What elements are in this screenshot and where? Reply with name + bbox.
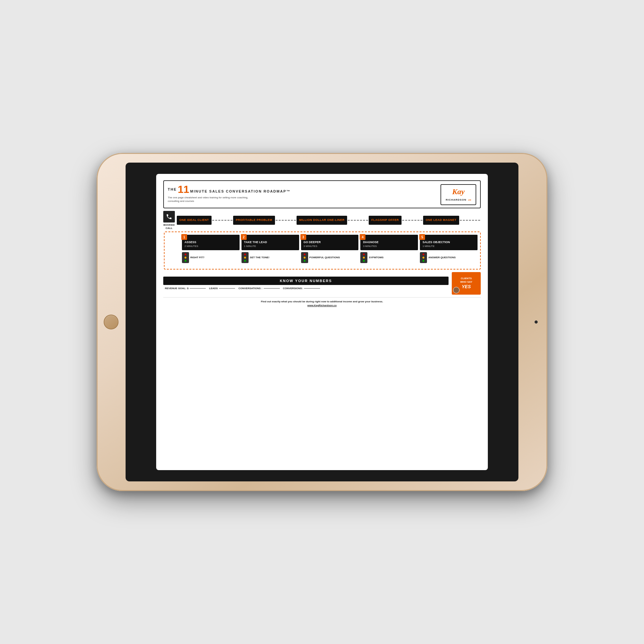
home-button[interactable]: [104, 315, 118, 329]
num-badge-5: 5: [419, 234, 425, 240]
traffic-item-1: RIGHT FIT?: [182, 252, 240, 263]
top-section: BOOKED CALL ONE IDEAL CLIENT PROFITABLE …: [163, 211, 481, 230]
num-badge-2: 2: [241, 234, 247, 240]
top-box-4: FLAGSHIP OFFER: [369, 216, 401, 225]
header-row: THE 11 MINUTE SALES CONVERSATION ROADMAP…: [163, 180, 481, 208]
tl-green-5: [422, 260, 424, 262]
leads-label: LEADS: [209, 287, 218, 290]
subtitle: The one page cheatsheet and video traini…: [168, 196, 258, 203]
tl-green-4: [363, 260, 365, 262]
tl-red-5: [422, 253, 424, 255]
num-box-title-1: ASSESS: [185, 241, 237, 244]
num-box-title-2: TAKE THE LEAD: [244, 241, 297, 244]
traffic-light-2: [241, 252, 249, 263]
title-rest: MINUTE SALES CONVERSATION ROADMAP™: [190, 189, 291, 194]
booked-call-block: BOOKED CALL: [163, 211, 175, 230]
book-line2: WHO SAY: [460, 280, 472, 284]
revenue-line-3: [264, 288, 280, 289]
num-box-4: 4 DIAGNOSE 3 MINUTES: [360, 235, 418, 250]
tl-yellow-4: [363, 257, 365, 259]
revenue-line-4: [304, 288, 320, 289]
traffic-item-3: POWERFUL QUESTIONS: [301, 252, 359, 263]
num-box-sub-4: 3 MINUTES: [363, 245, 415, 248]
num-box-2: 2 TAKE THE LEAD 1 MINUTE: [241, 235, 299, 250]
revenue-goal-label: REVENUE GOAL: $: [165, 287, 188, 290]
logo-box: Kay RICHARDSON .co: [440, 184, 476, 205]
screen-content: THE 11 MINUTE SALES CONVERSATION ROADMAP…: [156, 174, 488, 470]
top-box-3: MILLION DOLLAR ONE-LINER: [297, 216, 347, 225]
num-box-sub-1: 2 MINUTES: [185, 245, 237, 248]
top-box-title-5: ONE LEAD MAGNET: [426, 218, 457, 222]
dashed-border-container: 1 ASSESS 2 MINUTES 2 TAKE THE LEAD 1 MIN…: [164, 232, 481, 270]
num-box-3: 3 GO DEEPER 3 MINUTES: [301, 235, 359, 250]
footer-section: Find out exactly what you should be duri…: [163, 297, 481, 307]
top-box-title-2: PROFITABLE PROBLEM: [236, 218, 272, 222]
num-box-title-3: GO DEEPER: [304, 241, 356, 244]
traffic-item-4: SYPMTOMS: [360, 252, 418, 263]
book-thumbnail: CLIENTS WHO SAY YES: [452, 272, 481, 295]
book-title: CLIENTS WHO SAY YES: [460, 277, 472, 289]
traffic-light-3: [301, 252, 308, 263]
dotted-line-3: [348, 220, 368, 221]
traffic-label-2: SET THE TONE!: [250, 256, 270, 259]
title-the: THE: [168, 187, 177, 191]
traffic-item-2: SET THE TONE!: [241, 252, 299, 263]
tl-green-3: [304, 260, 306, 262]
top-box-title-3: MILLION DOLLAR ONE-LINER: [299, 218, 345, 222]
title-block: THE 11 MINUTE SALES CONVERSATION ROADMAP…: [168, 184, 290, 203]
tl-yellow-3: [304, 257, 306, 259]
tl-green-1: [185, 260, 186, 262]
tl-red-2: [244, 253, 246, 255]
footer-link[interactable]: www.KayRichardson.co: [163, 304, 481, 307]
top-box-5: ONE LEAD MAGNET: [423, 216, 459, 225]
book-line3: YES: [460, 284, 472, 289]
traffic-label-4: SYPMTOMS: [369, 256, 384, 259]
traffic-label-1: RIGHT FIT?: [190, 256, 204, 259]
num-box-sub-3: 3 MINUTES: [304, 245, 356, 248]
revenue-line-1: [190, 288, 206, 289]
footer-text: Find out exactly what you should be duri…: [163, 300, 481, 303]
num-badge-4: 4: [360, 234, 365, 240]
phone-svg: [166, 213, 172, 220]
traffic-light-4: [360, 252, 367, 263]
logo-kay: Kay: [446, 187, 471, 196]
middle-section: 1 ASSESS 2 MINUTES 2 TAKE THE LEAD 1 MIN…: [182, 235, 478, 250]
traffic-light-5: [420, 252, 427, 263]
num-box-sub-5: 1 MINUTE: [422, 245, 475, 248]
num-box-sub-2: 1 MINUTE: [244, 245, 297, 248]
know-numbers-box: KNOW YOUR NUMBERS REVENUE GOAL: $ LEADS: [163, 277, 449, 290]
ipad-body: THE 11 MINUTE SALES CONVERSATION ROADMAP…: [97, 153, 547, 491]
conversions-label: CONVERSIONS:: [283, 287, 303, 290]
num-box-title-5: SALES OBJECTION: [422, 241, 475, 244]
num-box-5: 5 SALES OBJECTION 1 MINUTE: [420, 235, 478, 250]
logo-co: .co: [468, 199, 471, 201]
ipad-screen: THE 11 MINUTE SALES CONVERSATION ROADMAP…: [156, 174, 488, 470]
traffic-label-5: ANSWER QUESTIONS: [428, 256, 456, 259]
top-box-2: PROFITABLE PROBLEM: [233, 216, 275, 225]
num-badge-1: 1: [181, 234, 187, 240]
traffic-light-1: [182, 252, 189, 263]
num-box-1: 1 ASSESS 2 MINUTES: [182, 235, 240, 250]
traffic-item-5: ANSWER QUESTIONS: [420, 252, 478, 263]
leads-item: LEADS: [209, 287, 235, 290]
dotted-line-4: [402, 220, 422, 221]
tl-red-3: [304, 253, 306, 255]
logo-richardson: RICHARDSON: [446, 198, 466, 201]
revenue-row: REVENUE GOAL: $ LEADS CONVERSATIONS :: [163, 287, 449, 290]
dotted-line-1: [212, 220, 232, 221]
revenue-line-2: [219, 288, 235, 289]
know-numbers-banner: KNOW YOUR NUMBERS: [163, 277, 449, 285]
top-box-title-1: ONE IDEAL CLIENT: [179, 218, 209, 222]
top-box-title-4: FLAGSHIP OFFER: [371, 218, 399, 222]
revenue-goal-item: REVENUE GOAL: $: [165, 287, 206, 290]
tl-yellow-1: [185, 257, 186, 259]
tl-yellow-2: [244, 257, 246, 259]
phone-icon: [163, 211, 175, 223]
conversations-item: CONVERSATIONS :: [238, 287, 279, 290]
conversions-item: CONVERSIONS:: [283, 287, 320, 290]
tl-red-4: [363, 253, 365, 255]
title-number: 11: [178, 184, 189, 194]
know-numbers-section: KNOW YOUR NUMBERS REVENUE GOAL: $ LEADS: [163, 272, 481, 295]
tl-red-1: [185, 253, 186, 255]
dotted-line-5: [460, 220, 480, 221]
